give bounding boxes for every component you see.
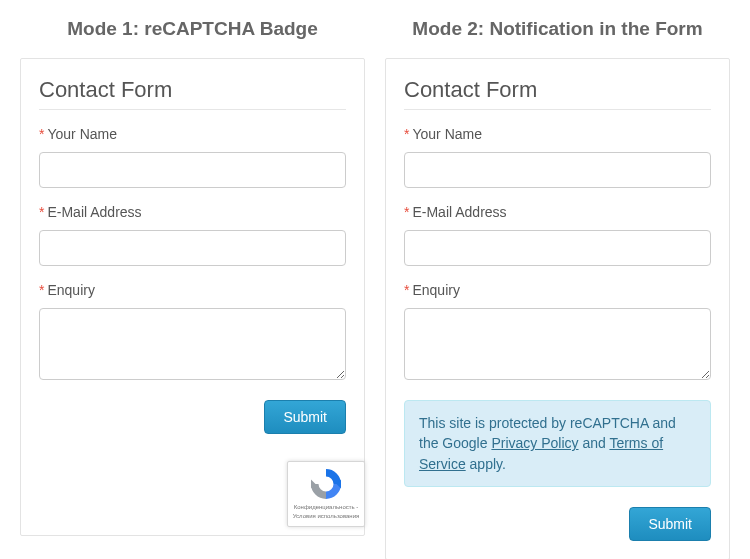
- label-text: Your Name: [47, 126, 117, 142]
- mode2-enquiry-field: *Enquiry: [404, 282, 711, 384]
- mode1-enquiry-field: *Enquiry: [39, 282, 346, 384]
- mode1-name-field: *Your Name: [39, 126, 346, 188]
- mode2-name-input[interactable]: [404, 152, 711, 188]
- mode1-form-title: Contact Form: [39, 77, 346, 103]
- recaptcha-badge[interactable]: Конфиденциальность - Условия использован…: [287, 461, 365, 527]
- mode1-email-field: *E-Mail Address: [39, 204, 346, 266]
- mode1-email-label: *E-Mail Address: [39, 204, 346, 220]
- label-text: E-Mail Address: [412, 204, 506, 220]
- recaptcha-icon: [307, 466, 345, 502]
- required-mark: *: [404, 282, 409, 298]
- privacy-policy-link[interactable]: Privacy Policy: [491, 435, 578, 451]
- label-text: E-Mail Address: [47, 204, 141, 220]
- mode1-column: Mode 1: reCAPTCHA Badge Contact Form *Yo…: [20, 0, 365, 559]
- mode1-submit-button[interactable]: Submit: [264, 400, 346, 434]
- mode1-enquiry-label: *Enquiry: [39, 282, 346, 298]
- mode2-panel: Contact Form *Your Name *E-Mail Address …: [385, 58, 730, 559]
- required-mark: *: [39, 126, 44, 142]
- mode1-name-label: *Your Name: [39, 126, 346, 142]
- mode1-email-input[interactable]: [39, 230, 346, 266]
- mode2-column: Mode 2: Notification in the Form Contact…: [385, 0, 730, 559]
- divider: [404, 109, 711, 110]
- mode1-enquiry-textarea[interactable]: [39, 308, 346, 380]
- badge-text-line1: Конфиденциальность -: [288, 504, 364, 511]
- label-text: Enquiry: [47, 282, 94, 298]
- required-mark: *: [39, 282, 44, 298]
- mode2-submit-button[interactable]: Submit: [629, 507, 711, 541]
- required-mark: *: [404, 126, 409, 142]
- mode2-enquiry-textarea[interactable]: [404, 308, 711, 380]
- mode2-email-input[interactable]: [404, 230, 711, 266]
- mode1-name-input[interactable]: [39, 152, 346, 188]
- mode2-name-label: *Your Name: [404, 126, 711, 142]
- required-mark: *: [39, 204, 44, 220]
- mode2-name-field: *Your Name: [404, 126, 711, 188]
- label-text: Your Name: [412, 126, 482, 142]
- mode2-form-title: Contact Form: [404, 77, 711, 103]
- mode2-enquiry-label: *Enquiry: [404, 282, 711, 298]
- mode1-panel: Contact Form *Your Name *E-Mail Address …: [20, 58, 365, 536]
- required-mark: *: [404, 204, 409, 220]
- mode2-title: Mode 2: Notification in the Form: [385, 18, 730, 40]
- mode2-email-field: *E-Mail Address: [404, 204, 711, 266]
- mode2-email-label: *E-Mail Address: [404, 204, 711, 220]
- notice-text: apply.: [466, 456, 506, 472]
- divider: [39, 109, 346, 110]
- notice-text: and: [579, 435, 610, 451]
- recaptcha-notice: This site is protected by reCAPTCHA and …: [404, 400, 711, 487]
- badge-text-line2: Условия использования: [288, 513, 364, 520]
- label-text: Enquiry: [412, 282, 459, 298]
- mode1-title: Mode 1: reCAPTCHA Badge: [20, 18, 365, 40]
